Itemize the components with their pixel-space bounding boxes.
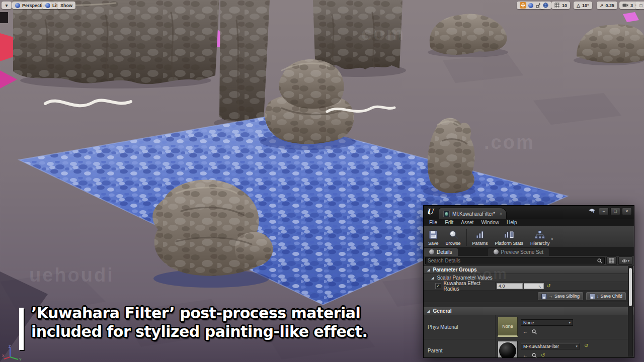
parameter-name-label: Kuwahara Effect Radius bbox=[444, 281, 495, 292]
save-button[interactable]: Save bbox=[425, 227, 442, 247]
menu-window[interactable]: Window bbox=[481, 220, 499, 225]
tab-details[interactable]: Details bbox=[424, 248, 458, 256]
floppy-icon bbox=[590, 294, 595, 299]
material-instance-icon bbox=[443, 211, 450, 217]
material-sphere-preview bbox=[499, 342, 516, 357]
reset-to-default-icon[interactable]: ↺ bbox=[584, 343, 588, 348]
caption: ’Kuwahara Filter’ post-process material … bbox=[19, 304, 367, 341]
minimize-button[interactable]: − bbox=[599, 208, 609, 215]
rotation-snap-group[interactable]: △ 10° bbox=[574, 2, 592, 9]
display-filter-button[interactable] bbox=[606, 256, 617, 265]
scrollbar-thumb[interactable] bbox=[629, 268, 632, 306]
grid-snap-value[interactable]: 10 bbox=[562, 3, 567, 8]
platform-stats-icon bbox=[504, 230, 515, 240]
phys-material-label: Phys Material bbox=[424, 315, 496, 339]
grid-snap-icon bbox=[554, 3, 560, 8]
coordinate-system-button[interactable] bbox=[540, 2, 551, 9]
reset-icon[interactable]: ↺ bbox=[541, 352, 545, 357]
scalar-parameter-row: ✓ Kuwahara Effect Radius ↔ ↺ bbox=[424, 282, 634, 291]
tutorial-cap-icon[interactable] bbox=[589, 209, 595, 214]
parent-label: Parent bbox=[424, 339, 496, 357]
gizmo-x-label: X bbox=[2, 354, 5, 357]
save-sibling-button[interactable]: → Save Sibling bbox=[538, 292, 583, 300]
tab-preview-scene-settings[interactable]: Preview Scene Set bbox=[488, 248, 549, 256]
right-arrow-icon: → bbox=[548, 294, 553, 299]
search-box[interactable] bbox=[425, 257, 605, 264]
rotation-snap-value[interactable]: 10° bbox=[582, 3, 589, 8]
phys-material-thumbnail[interactable]: None bbox=[498, 317, 518, 337]
save-child-button[interactable]: ↓ Save Child bbox=[586, 292, 626, 300]
menu-file[interactable]: File bbox=[429, 220, 437, 225]
parent-material-dropdown[interactable]: M-KuwaharaFilter ▾ bbox=[521, 343, 580, 349]
unreal-editor: uehoudi com .com .com ▾ Perspective Lit … bbox=[0, 0, 644, 362]
use-selected-button[interactable]: ← bbox=[523, 352, 528, 357]
hierarchy-button[interactable]: Hierarchy bbox=[527, 227, 553, 247]
rotate-tool-button[interactable] bbox=[527, 2, 534, 9]
lit-icon bbox=[45, 3, 50, 8]
down-arrow-icon: ↓ bbox=[597, 294, 599, 299]
expand-icon: ◢ bbox=[427, 309, 430, 313]
search-details-input[interactable] bbox=[428, 258, 597, 263]
category-parameter-groups[interactable]: ◢ Parameter Groups bbox=[424, 266, 634, 274]
check-icon: ✓ bbox=[436, 284, 440, 288]
hierarchy-dropdown-icon[interactable]: ▾ bbox=[551, 237, 553, 241]
caption-line-1: ’Kuwahara Filter’ post-process material bbox=[31, 304, 367, 322]
asset-toolbar: Save Browse Params bbox=[424, 226, 634, 248]
move-tool-button[interactable] bbox=[520, 2, 526, 9]
chevron-down-icon: ▾ bbox=[569, 321, 571, 325]
maximize-button[interactable]: □ bbox=[610, 208, 620, 215]
caption-line-2: included for stylized painting-like effe… bbox=[31, 322, 367, 341]
search-row: ▾ bbox=[424, 256, 634, 266]
menu-bar: File Edit Asset Window Help bbox=[424, 219, 634, 226]
details-panel: ◢ Parameter Groups ◢ Scalar Parameter Va… bbox=[424, 266, 634, 357]
phys-material-row: Phys Material None None ▾ ← bbox=[424, 315, 634, 339]
chevron-down-icon: ▾ bbox=[576, 344, 578, 348]
use-selected-button[interactable]: ← bbox=[523, 329, 528, 334]
show-menu-button[interactable]: Show bbox=[57, 2, 75, 9]
browse-to-asset-icon[interactable] bbox=[532, 329, 537, 334]
floppy-icon bbox=[541, 294, 547, 299]
globe-icon bbox=[543, 3, 548, 8]
category-general[interactable]: ◢ General bbox=[424, 307, 634, 315]
details-scrollbar[interactable] bbox=[628, 266, 633, 356]
grid-snap-group[interactable]: 10 bbox=[551, 2, 570, 9]
menu-asset[interactable]: Asset bbox=[461, 220, 473, 225]
rotate-icon bbox=[528, 3, 533, 8]
camera-speed-value[interactable]: 3 bbox=[630, 3, 633, 8]
preview-tab-icon bbox=[494, 249, 499, 254]
close-button[interactable]: × bbox=[622, 208, 632, 215]
resize-handle-icon: ↔ bbox=[537, 283, 543, 290]
platform-stats-button[interactable]: Platform Stats bbox=[492, 227, 527, 247]
browse-to-asset-icon[interactable] bbox=[532, 353, 537, 358]
params-icon bbox=[475, 230, 485, 240]
reset-to-default-icon[interactable]: ↺ bbox=[546, 284, 550, 289]
grid-icon bbox=[609, 258, 614, 263]
parameter-slider[interactable]: ↔ bbox=[524, 283, 544, 289]
scale-snap-icon: ↗ bbox=[600, 3, 604, 8]
expand-icon: ◢ bbox=[431, 276, 434, 280]
scale-snap-value[interactable]: 0.25 bbox=[606, 3, 615, 8]
show-label: Show bbox=[60, 3, 72, 8]
viewport-options-button[interactable]: ▾ bbox=[2, 2, 12, 9]
phys-material-dropdown[interactable]: None ▾ bbox=[521, 319, 573, 326]
expand-icon: ◢ bbox=[427, 268, 430, 272]
menu-edit[interactable]: Edit bbox=[445, 220, 453, 225]
browse-button[interactable]: Browse bbox=[442, 227, 464, 247]
chevron-down-icon: ▾ bbox=[6, 3, 8, 8]
parameter-override-checkbox[interactable]: ✓ bbox=[435, 283, 441, 289]
parameter-value-input[interactable] bbox=[497, 283, 523, 289]
angle-snap-icon: △ bbox=[577, 3, 580, 8]
window-titlebar[interactable]: U MI:KuwaharaFilter* × − □ × bbox=[424, 206, 634, 219]
params-button[interactable]: Params bbox=[469, 227, 492, 247]
parent-material-thumbnail[interactable] bbox=[498, 341, 518, 357]
scale-snap-group[interactable]: ↗ 0.25 bbox=[597, 2, 617, 9]
asset-tab[interactable]: MI:KuwaharaFilter* × bbox=[439, 208, 507, 219]
caption-bar bbox=[19, 308, 24, 350]
search-icon bbox=[597, 258, 602, 263]
menu-help[interactable]: Help bbox=[507, 220, 517, 225]
maximize-icon: □ bbox=[639, 3, 642, 8]
hierarchy-icon bbox=[534, 230, 545, 240]
tab-close-icon[interactable]: × bbox=[500, 211, 502, 216]
view-options-button[interactable]: ▾ bbox=[618, 256, 632, 265]
maximize-viewport-button[interactable]: □ bbox=[635, 2, 644, 9]
